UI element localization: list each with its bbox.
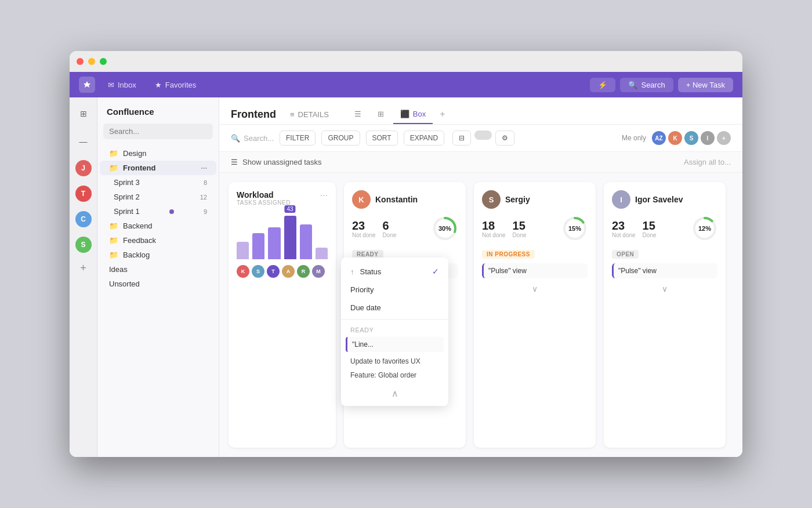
avatar-az[interactable]: AZ: [652, 131, 666, 145]
dropdown-task-2[interactable]: Update to favorites UX: [346, 354, 444, 368]
inbox-icon: ✉: [108, 81, 114, 89]
sidebar-item-feedback[interactable]: 📁 Feedback: [100, 233, 216, 248]
sidebar-label-design: Design: [123, 149, 146, 158]
sergiy-stats: 18 Not done 15 Done: [482, 216, 588, 241]
bar-4: 43: [284, 216, 296, 259]
list-icon: ☰: [354, 110, 361, 118]
sidebar-item-backlog[interactable]: 📁 Backlog: [100, 248, 216, 262]
not-done-stat: 23 Not done: [352, 219, 376, 238]
folder-icon-backend: 📁: [109, 222, 118, 230]
toolbar-search[interactable]: 🔍 Search...: [231, 134, 274, 143]
tab-add-button[interactable]: +: [435, 104, 449, 124]
toolbar-right: Me only AZ K S I +: [622, 131, 731, 145]
igor-task-1[interactable]: "Pulse" view: [612, 263, 717, 278]
sergiy-task-1[interactable]: "Pulse" view: [482, 263, 588, 278]
avatar-user3[interactable]: I: [701, 131, 715, 145]
board-icon: ⊞: [378, 110, 384, 118]
sidebar-item-design[interactable]: 📁 Design: [100, 146, 216, 161]
percent-circle: 30%: [432, 216, 458, 241]
wav-2: S: [252, 265, 264, 278]
avatar-user2[interactable]: S: [684, 131, 698, 145]
group-button[interactable]: GROUP: [321, 130, 360, 146]
sidebar-icons: ⊞ — J T C S +: [70, 97, 97, 457]
inbox-nav[interactable]: ✉ Inbox: [102, 78, 142, 92]
igor-avatar: I: [612, 190, 630, 209]
igor-expand-button[interactable]: ∨: [612, 282, 717, 296]
igor-done-num: 15: [643, 219, 657, 232]
avatar-more[interactable]: +: [717, 131, 731, 145]
expand-button[interactable]: EXPAND: [404, 130, 444, 146]
assign-all-button[interactable]: Assign all to...: [684, 158, 731, 166]
view-toggle-btn[interactable]: ⊟: [452, 130, 471, 146]
tab-board[interactable]: ⊞: [371, 105, 391, 124]
content-area: Frontend ≡ DETAILS ☰ ⊞ ⬛: [219, 97, 742, 457]
avatar-j[interactable]: J: [75, 160, 92, 176]
sergiy-percent-circle: 15%: [562, 216, 588, 241]
sidebar-search[interactable]: [103, 124, 213, 139]
favorites-nav[interactable]: ★ Favorites: [149, 78, 202, 92]
frontend-actions[interactable]: ···: [201, 164, 207, 172]
dropdown-task-1[interactable]: "Line...: [346, 337, 444, 352]
bar-label: 43: [285, 205, 296, 213]
sort-status[interactable]: ↑ Status ✓: [341, 262, 448, 281]
workload-more-button[interactable]: ···: [320, 190, 328, 201]
collapse-icon-btn[interactable]: —: [74, 132, 93, 151]
lightning-button[interactable]: ⚡: [590, 78, 615, 92]
sort-button[interactable]: SORT: [366, 130, 398, 146]
tab-box[interactable]: ⬛ Box: [393, 105, 433, 124]
sidebar-item-sprint3[interactable]: Sprint 3 8: [100, 175, 216, 190]
search-button[interactable]: 🔍 Search: [620, 78, 673, 92]
not-done-num: 23: [352, 219, 376, 232]
igor-not-done-label: Not done: [612, 232, 636, 238]
details-label: DETAILS: [298, 110, 329, 119]
add-workspace-button[interactable]: +: [80, 262, 86, 274]
main-body: ⊞ — J T C S + Confluence 📁 Design 📁 Fron…: [70, 97, 742, 457]
filter-button[interactable]: FILTER: [280, 130, 316, 146]
board-area: Workload TASKS ASSIGNED ··· 43: [219, 173, 742, 457]
tab-list[interactable]: ☰: [347, 105, 368, 124]
sergiy-name: Sergiy: [505, 195, 530, 204]
toggle-switch[interactable]: [474, 130, 492, 140]
igor-stats: 23 Not done 15 Done: [612, 216, 717, 241]
avatar-s[interactable]: S: [75, 237, 92, 253]
sort-priority[interactable]: Priority: [341, 281, 448, 299]
sidebar-label-feedback: Feedback: [123, 236, 156, 245]
bar-2: [252, 233, 264, 259]
close-button[interactable]: [77, 58, 84, 65]
sort-status-label: Status: [360, 267, 382, 276]
collapse-button[interactable]: ∧: [341, 386, 448, 401]
sidebar-item-sprint2[interactable]: Sprint 2 12: [100, 190, 216, 204]
avatar-user1[interactable]: K: [668, 131, 682, 145]
done-num: 6: [383, 219, 397, 232]
details-button[interactable]: ≡ DETAILS: [285, 108, 334, 121]
avatar-t[interactable]: T: [75, 186, 92, 202]
folder-icon-backlog: 📁: [109, 251, 118, 259]
sidebar-item-backend[interactable]: 📁 Backend: [100, 219, 216, 233]
dropdown-task-3[interactable]: Feature: Global order: [346, 368, 444, 382]
details-icon: ≡: [290, 110, 295, 119]
grid-icon-btn[interactable]: ⊞: [74, 104, 93, 123]
user-avatars: AZ K S I +: [652, 131, 731, 145]
maximize-button[interactable]: [100, 58, 107, 65]
sergiy-header: S Sergiy: [482, 190, 588, 209]
sort-duedate[interactable]: Due date: [341, 299, 448, 317]
sidebar-item-frontend[interactable]: 📁 Frontend ···: [100, 161, 216, 175]
settings-button[interactable]: ⚙: [495, 130, 514, 146]
sidebar-item-sprint1[interactable]: Sprint 1 9: [100, 204, 216, 219]
logo[interactable]: [79, 77, 95, 93]
sidebar-item-unsorted[interactable]: Unsorted: [100, 277, 216, 291]
igor-done-stat: 15 Done: [643, 219, 657, 238]
me-only-toggle[interactable]: Me only: [622, 134, 646, 142]
sidebar-label-backend: Backend: [123, 222, 153, 230]
wav-6: M: [312, 265, 325, 278]
workload-card: Workload TASKS ASSIGNED ··· 43: [229, 182, 336, 448]
wav-5: R: [297, 265, 310, 278]
me-only-label: Me only: [622, 134, 646, 142]
new-task-button[interactable]: + New Task: [678, 78, 733, 92]
avatar-c[interactable]: C: [75, 211, 92, 227]
sprint1-count: 9: [204, 208, 207, 215]
minimize-button[interactable]: [88, 58, 95, 65]
workload-title: Workload: [237, 190, 291, 199]
sidebar-item-ideas[interactable]: Ideas: [100, 262, 216, 277]
sergiy-expand-button[interactable]: ∨: [482, 282, 588, 296]
